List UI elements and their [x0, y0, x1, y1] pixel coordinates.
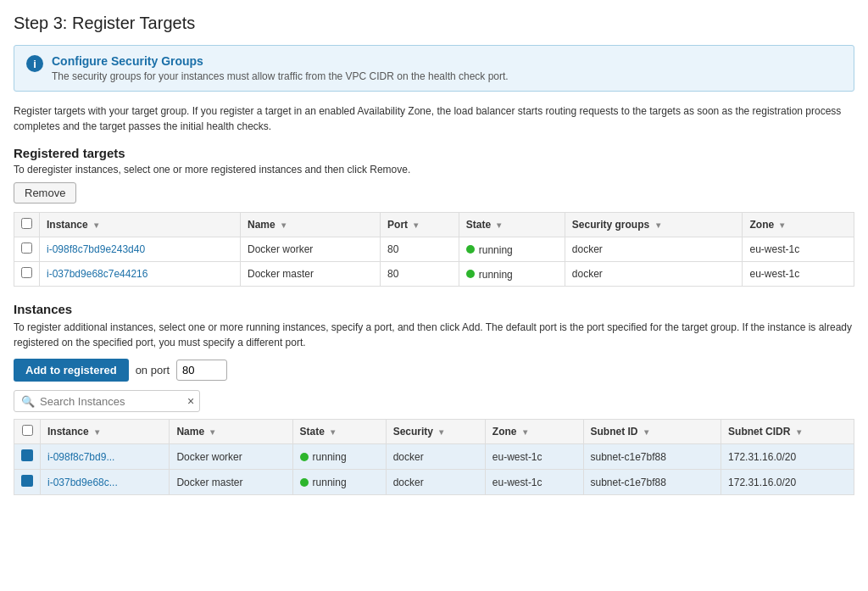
col-security-groups: Security groups ▾ [565, 213, 743, 237]
info-box: i Configure Security Groups The security… [14, 45, 854, 92]
cell-subnet-cidr: 172.31.16.0/20 [721, 470, 854, 495]
status-text: running [479, 243, 513, 255]
status-dot [300, 453, 309, 461]
row-checkbox[interactable] [21, 267, 32, 278]
port-label: on port [136, 364, 170, 376]
status-text: running [479, 268, 513, 280]
cell-instance: i-037bd9e68c7e44216 [40, 262, 241, 287]
inst-zone-sort-arrow[interactable]: ▾ [523, 427, 527, 437]
status-dot [466, 270, 475, 278]
row-checkbox-blue[interactable] [21, 449, 33, 461]
inst-col-security: Security ▾ [386, 420, 485, 444]
cell-instance: i-037bd9e68c... [41, 470, 170, 495]
port-input[interactable] [176, 360, 227, 381]
inst-instance-sort-arrow[interactable]: ▾ [95, 427, 99, 437]
inst-col-instance: Instance ▾ [41, 420, 170, 444]
zone-sort-arrow[interactable]: ▾ [780, 220, 784, 230]
cell-state: running [459, 262, 565, 287]
cell-subnet-id: subnet-c1e7bf88 [583, 470, 721, 495]
registered-targets-table: Instance ▾ Name ▾ Port ▾ State ▾ Securit… [14, 212, 854, 287]
cell-zone: eu-west-1c [485, 444, 583, 470]
registered-targets-section: Registered targets To deregister instanc… [14, 146, 854, 287]
info-box-content: Configure Security Groups The security g… [52, 54, 509, 82]
inst-subnet-cidr-sort-arrow[interactable]: ▾ [797, 427, 801, 437]
row-checkbox-blue[interactable] [21, 475, 33, 487]
cell-name: Docker master [170, 470, 292, 495]
registered-targets-subdesc: To deregister instances, select one or m… [14, 164, 854, 176]
info-box-description: The security groups for your instances m… [52, 70, 509, 82]
cell-security-groups: docker [565, 262, 743, 287]
col-zone: Zone ▾ [743, 213, 854, 237]
col-port: Port ▾ [381, 213, 459, 237]
instances-description: To register additional instances, select… [14, 320, 854, 350]
instances-heading: Instances [14, 302, 854, 316]
cell-instance: i-098f8c7bd9e243d40 [40, 237, 241, 262]
page-title: Step 3: Register Targets [14, 14, 854, 33]
table-row: i-037bd9e68c7e44216 Docker master 80 run… [14, 262, 854, 287]
port-sort-arrow[interactable]: ▾ [414, 220, 418, 230]
inst-col-name: Name ▾ [170, 420, 292, 444]
status-dot [466, 245, 475, 254]
list-item: i-098f8c7bd9... Docker worker running do… [14, 444, 854, 470]
search-input[interactable] [40, 395, 182, 408]
status-dot [300, 478, 309, 487]
inst-security-sort-arrow[interactable]: ▾ [439, 427, 443, 437]
add-row: Add to registered on port [14, 359, 854, 382]
inst-name-sort-arrow[interactable]: ▾ [210, 427, 214, 437]
inst-col-subnet-id: Subnet ID ▾ [583, 420, 721, 444]
list-item: i-037bd9e68c... Docker master running do… [14, 470, 854, 495]
status-text: running [313, 451, 347, 463]
info-icon: i [26, 55, 43, 72]
inst-col-subnet-cidr: Subnet CIDR ▾ [721, 420, 854, 444]
col-instance: Instance ▾ [40, 213, 241, 237]
inst-subnet-id-sort-arrow[interactable]: ▾ [644, 427, 648, 437]
instance-sort-arrow[interactable]: ▾ [94, 220, 98, 230]
cell-security-groups: docker [565, 237, 743, 262]
instances-select-all-checkbox[interactable] [22, 425, 33, 436]
configure-security-groups-link[interactable]: Configure Security Groups [52, 54, 509, 68]
registered-targets-heading: Registered targets [14, 146, 854, 160]
cell-zone: eu-west-1c [485, 470, 583, 495]
cell-security: docker [386, 470, 485, 495]
search-icon: 🔍 [21, 395, 35, 408]
security-groups-sort-arrow[interactable]: ▾ [656, 220, 660, 230]
instances-section: Instances To register additional instanc… [14, 302, 854, 495]
state-sort-arrow[interactable]: ▾ [497, 220, 501, 230]
inst-state-sort-arrow[interactable]: ▾ [331, 427, 335, 437]
cell-instance: i-098f8c7bd9... [41, 444, 170, 470]
status-text: running [313, 477, 347, 488]
add-to-registered-button[interactable]: Add to registered [14, 359, 129, 382]
row-checkbox[interactable] [21, 243, 32, 254]
cell-port: 80 [381, 237, 459, 262]
inst-col-zone: Zone ▾ [485, 420, 583, 444]
cell-name: Docker worker [170, 444, 292, 470]
cell-port: 80 [381, 262, 459, 287]
cell-state: running [292, 444, 386, 470]
cell-name: Docker master [241, 262, 381, 287]
inst-col-state: State ▾ [292, 420, 386, 444]
cell-zone: eu-west-1c [743, 262, 854, 287]
remove-button[interactable]: Remove [14, 182, 76, 204]
cell-name: Docker worker [241, 237, 381, 262]
col-name: Name ▾ [241, 213, 381, 237]
instances-table: Instance ▾ Name ▾ State ▾ Security ▾ Zon… [14, 419, 854, 495]
registered-select-all-checkbox[interactable] [21, 218, 32, 229]
cell-subnet-id: subnet-c1e7bf88 [583, 444, 721, 470]
clear-search-icon[interactable]: × [187, 394, 194, 408]
cell-subnet-cidr: 172.31.16.0/20 [721, 444, 854, 470]
cell-state: running [459, 237, 565, 262]
col-state: State ▾ [459, 213, 565, 237]
cell-security: docker [386, 444, 485, 470]
name-sort-arrow[interactable]: ▾ [281, 220, 286, 230]
table-row: i-098f8c7bd9e243d40 Docker worker 80 run… [14, 237, 854, 262]
cell-state: running [292, 470, 386, 495]
main-description: Register targets with your target group.… [14, 103, 854, 134]
search-bar: 🔍 × [14, 390, 200, 412]
cell-zone: eu-west-1c [743, 237, 854, 262]
